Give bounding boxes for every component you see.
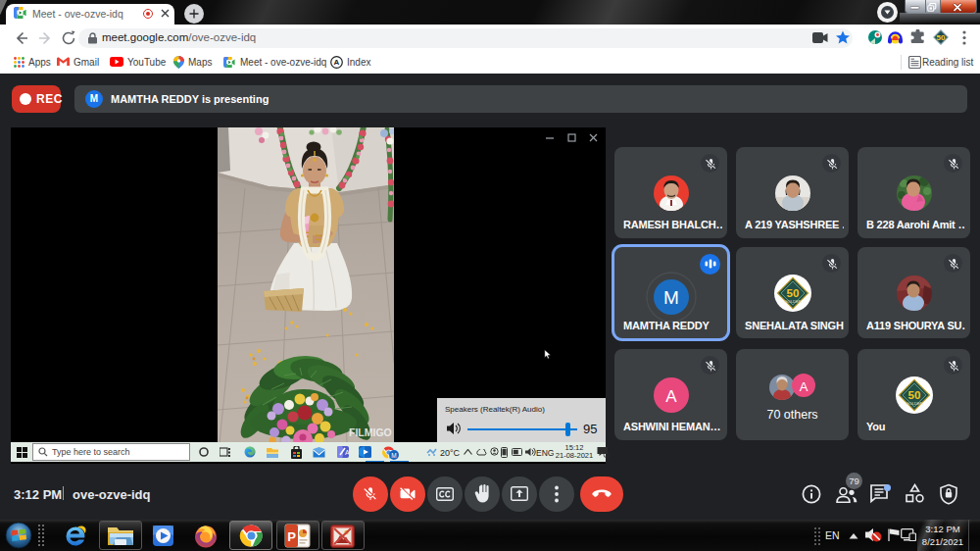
svg-text:GOLDEN: GOLDEN <box>906 400 923 405</box>
svg-text:A: A <box>334 58 340 67</box>
svg-text:M: M <box>663 287 679 308</box>
svg-text:50: 50 <box>907 387 920 400</box>
svg-text:50: 50 <box>937 33 946 42</box>
svg-text:FILMIGO: FILMIGO <box>349 426 392 438</box>
svg-text:M: M <box>391 452 396 459</box>
svg-text:GOLDEN: GOLDEN <box>784 299 802 304</box>
svg-text:50: 50 <box>786 286 799 299</box>
svg-text:P: P <box>287 529 296 544</box>
svg-text:A: A <box>345 449 349 456</box>
svg-text:A: A <box>799 378 808 393</box>
svg-text:A: A <box>665 386 677 405</box>
svg-text:3: 3 <box>605 452 608 458</box>
